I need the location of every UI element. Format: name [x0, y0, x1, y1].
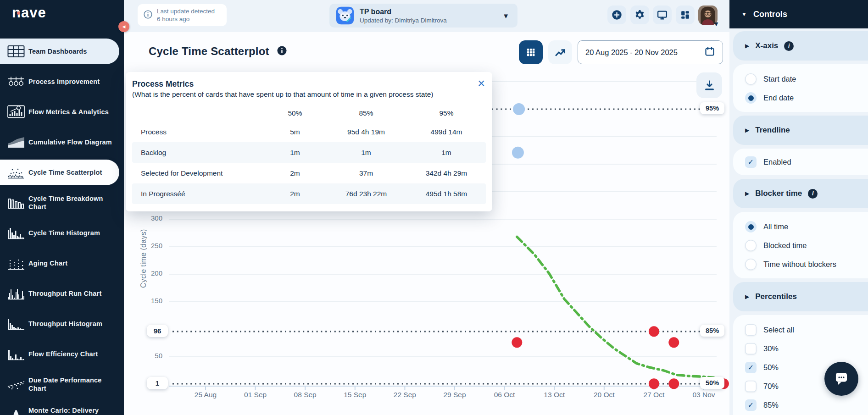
sidebar-item-label: Throughput Run Chart [28, 289, 115, 298]
sidebar-item-throughput-run-chart[interactable]: Throughput Run Chart [0, 281, 119, 306]
column-header-85: 85% [329, 109, 403, 117]
page-title: Cycle Time Scatterplot [149, 45, 269, 58]
sidebar-item-label: Aging Chart [28, 259, 115, 267]
section-title: X-axis [755, 41, 778, 50]
sidebar-item-cycle-time-breakdown[interactable]: Cycle Time Breakdown Chart [0, 190, 119, 216]
x-axis-tick-label: 15 Sep [334, 391, 376, 399]
popup-subtitle: (What is the percent of cards that have … [132, 90, 486, 99]
cumulative-flow-icon [7, 135, 28, 149]
x-axis-tick-label: 27 Oct [633, 391, 674, 399]
outlier-point[interactable] [513, 103, 525, 115]
add-dashboard-button[interactable] [607, 6, 626, 24]
efficiency-chart-icon [7, 347, 28, 361]
sidebar-item-cycle-time-histogram[interactable]: Cycle Time Histogram [0, 220, 119, 246]
chat-support-button[interactable] [824, 362, 858, 396]
sidebar-item-label: Due Date Performance Chart [28, 376, 115, 393]
checkbox-trendline-enabled[interactable]: ✓ Enabled [745, 153, 868, 172]
sidebar-item-due-date-performance[interactable]: Due Date Performance Chart [0, 371, 119, 397]
sidebar-item-flow-efficiency[interactable]: Flow Efficiency Chart [0, 341, 119, 367]
info-icon[interactable]: i [784, 41, 794, 51]
radio-icon [745, 240, 757, 251]
data-point[interactable] [668, 337, 679, 348]
radio-icon [745, 73, 757, 85]
data-point[interactable] [649, 378, 659, 389]
process-improvement-icon [7, 75, 28, 89]
y-axis-tick-label: 200 [138, 269, 162, 277]
monte-carlo-icon [7, 408, 28, 415]
sidebar-item-cumulative-flow[interactable]: Cumulative Flow Diagram [0, 129, 119, 155]
checkbox-icon [745, 343, 757, 354]
checkbox-checked-icon: ✓ [745, 156, 757, 168]
checkbox-icon [745, 381, 757, 392]
radio-start-date[interactable]: Start date [745, 70, 868, 89]
table-row: In Progresséé2m76d 23h 22m495d 1h 58m [132, 183, 486, 204]
x-axis-tick-label: 22 Sep [384, 391, 425, 399]
radio-end-date[interactable]: End date [745, 89, 868, 107]
controls-header[interactable]: ▼ Controls [729, 0, 868, 28]
trendline-options: ✓ Enabled [733, 149, 868, 175]
throughput-histogram-icon [7, 317, 28, 331]
aging-chart-icon [7, 256, 28, 270]
radio-time-without-blockers[interactable]: Time without blockers [745, 255, 868, 274]
sidebar-item-team-dashboards[interactable]: Team Dashboards [0, 39, 119, 64]
sidebar-item-aging-chart[interactable]: Aging Chart [0, 250, 119, 276]
info-icon[interactable]: i [808, 189, 818, 199]
checkbox-30[interactable]: 30% [745, 339, 868, 358]
download-chart-button[interactable] [696, 72, 722, 98]
blocker-time-options: All time Blocked time Time without block… [733, 212, 868, 278]
sidebar-item-label: Cycle Time Breakdown Chart [28, 194, 115, 211]
outlier-point[interactable] [512, 147, 524, 159]
trendline-toggle-button[interactable] [548, 40, 572, 64]
section-blocker-time[interactable]: ▶ Blocker time i [733, 179, 868, 208]
sidebar-item-label: Cumulative Flow Diagram [28, 138, 115, 146]
sidebar-item-cycle-time-scatterplot[interactable]: Cycle Time Scatterplot [0, 160, 119, 185]
controls-title: Controls [753, 10, 787, 19]
section-percentiles[interactable]: ▶ Percentiles [733, 282, 868, 311]
sidebar-item-flow-metrics[interactable]: Flow Metrics & Analytics [0, 99, 119, 125]
table-row: Backlog1m1m1m [132, 142, 486, 163]
radio-all-time[interactable]: All time [745, 217, 868, 236]
y-axis-percentile-tick: 96 [147, 325, 168, 337]
data-point[interactable] [649, 326, 659, 337]
scatterplot-icon [7, 166, 28, 179]
section-trendline[interactable]: ▶ Trendline [733, 116, 868, 145]
data-point[interactable] [512, 337, 522, 348]
nave-logo[interactable]: nave [12, 5, 46, 21]
display-mode-button[interactable] [653, 6, 672, 24]
sidebar-item-process-improvement[interactable]: Process Improvement [0, 69, 119, 94]
radio-checked-icon [745, 92, 757, 104]
y-axis-percentile-tick: 1 [147, 377, 168, 389]
metrics-table-toggle-button[interactable] [519, 40, 543, 64]
x-axis-tick-label: 25 Aug [185, 391, 226, 399]
checkbox-select-all[interactable]: Select all [745, 321, 868, 339]
table-header-row: 50% 85% 95% [132, 105, 486, 122]
percentile-label: 95% [700, 102, 724, 114]
dashboard-layout-button[interactable] [676, 6, 695, 24]
y-axis-tick-label: 300 [138, 214, 162, 222]
board-selector[interactable]: TP board Updated by: Dimitriya Dimitrova… [329, 4, 517, 28]
sidebar-collapse-button[interactable]: ◀ [118, 21, 129, 32]
calendar-icon [704, 46, 715, 59]
sidebar-item-monte-carlo[interactable]: Monte Carlo: Delivery Date [0, 402, 119, 415]
section-x-axis[interactable]: ▶ X-axis i [733, 31, 868, 61]
x-axis-tick-label: 08 Sep [284, 391, 326, 399]
date-range-picker[interactable]: 20 Aug 2025 - 20 Nov 2025 [578, 40, 723, 64]
user-menu[interactable]: ▼ [698, 6, 718, 25]
controls-panel: ▼ Controls ▶ X-axis i Start date End dat… [729, 0, 868, 415]
section-title: Trendline [755, 126, 790, 135]
sidebar-item-label: Throughput Histogram [28, 320, 115, 328]
settings-button[interactable] [630, 6, 649, 24]
topbar: Last update detected 6 hours ago TP boar… [124, 0, 729, 32]
column-header-50: 50% [261, 109, 329, 117]
close-icon[interactable]: × [478, 77, 485, 90]
checkbox-85[interactable]: ✓ 85% [745, 396, 868, 415]
sidebar-item-label: Team Dashboards [28, 47, 115, 55]
sidebar-item-throughput-histogram[interactable]: Throughput Histogram [0, 311, 119, 337]
chart-info-icon[interactable] [277, 45, 287, 58]
x-axis-tick-label: 06 Oct [484, 391, 525, 399]
sidebar-item-label: Monte Carlo: Delivery Date [28, 406, 115, 415]
data-point[interactable] [668, 378, 679, 389]
radio-blocked-time[interactable]: Blocked time [745, 236, 868, 255]
sidebar-item-label: Process Improvement [28, 77, 115, 86]
section-title: Blocker time [755, 189, 802, 198]
